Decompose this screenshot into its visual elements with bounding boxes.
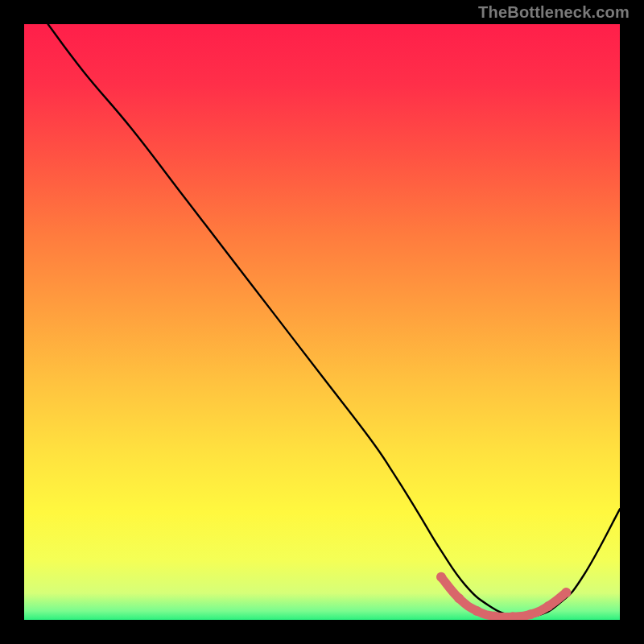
svg-point-6 <box>526 609 535 619</box>
attribution-text: TheBottleneck.com <box>478 3 630 22</box>
svg-point-8 <box>561 588 571 597</box>
svg-point-2 <box>454 593 464 603</box>
plot-area <box>24 24 620 620</box>
svg-point-7 <box>543 601 553 611</box>
optimal-range-marker <box>24 24 620 620</box>
chart-frame: TheBottleneck.com <box>0 0 644 644</box>
svg-point-3 <box>472 606 481 616</box>
svg-point-1 <box>436 572 446 582</box>
